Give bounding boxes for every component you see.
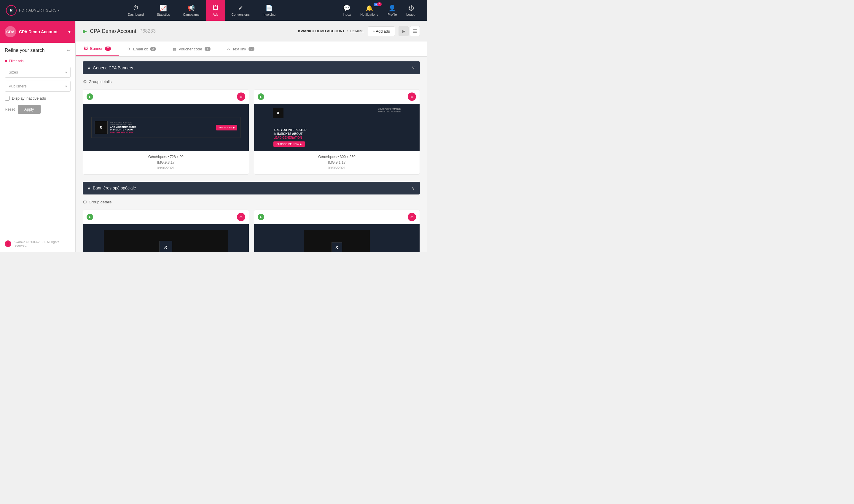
logo-icon: K	[6, 5, 17, 16]
ad-card-1-info: Génériques • 728 x 90 IMG.9.3.17 09/06/2…	[83, 151, 249, 174]
for-advertisers-label[interactable]: FOR ADVERTISERS ▾	[19, 8, 60, 13]
invoicing-icon: 📄	[265, 4, 273, 12]
nav-dashboard[interactable]: ⏱ Dashboard	[121, 0, 150, 21]
nav-campaigns[interactable]: 📢 Campaigns	[176, 0, 206, 21]
tab-textlink[interactable]: A Text link 2	[219, 42, 263, 56]
nav-right: 💬 Inbox beta 3 🔔 Notifications 👤 Profile…	[338, 0, 421, 21]
profile-icon: 👤	[389, 4, 396, 12]
account-pid: P68233	[139, 29, 156, 34]
ad-card-3-header: ▶ ∞	[83, 210, 249, 224]
ad-card-2-image: K YOUR PERFORMANCEMARKETING PARTNER ARE …	[254, 104, 420, 151]
ad-play-button-2[interactable]: ▶	[258, 93, 264, 100]
nav-notifications[interactable]: beta 3 🔔 Notifications	[356, 0, 383, 21]
chevron-up-icon-2: ∧	[88, 185, 90, 190]
sidebar-footer: i Kwanko © 2003-2021. All rights reserve…	[0, 235, 75, 252]
account-name: CPA Demo Account	[19, 29, 65, 34]
ad-play-button-1[interactable]: ▶	[87, 93, 93, 100]
nav-conversions[interactable]: ✔ Conversions	[225, 0, 256, 21]
sidebar-actions: Reset Apply	[5, 105, 71, 114]
ad-options-button-3[interactable]: ∞	[237, 213, 245, 221]
inactive-ads-label: Display inactive ads	[12, 96, 46, 101]
statistics-icon: 📈	[160, 4, 167, 12]
add-ads-button[interactable]: + Add ads	[368, 26, 395, 36]
avatar: CDA	[5, 26, 16, 37]
app-logo[interactable]: K FOR ADVERTISERS ▾	[6, 5, 65, 16]
reset-button[interactable]: Reset	[5, 107, 15, 111]
kwanko-account-label: KWANKO DEMO ACCOUNT • E214051	[298, 29, 364, 33]
group-details-button-2[interactable]: ⚙ Group details	[83, 199, 420, 205]
group-actions-2: ∨	[412, 185, 415, 191]
ad-1-id: IMG.9.3.17	[87, 160, 245, 165]
chevron-toggle-icon[interactable]: ∨	[412, 65, 415, 71]
banner-count: 7	[105, 47, 111, 51]
nav-statistics[interactable]: 📈 Statistics	[150, 0, 176, 21]
voucher-tab-icon: ▦	[173, 47, 176, 51]
filter-dot	[5, 60, 7, 62]
sizes-select[interactable]: Sizes	[5, 67, 71, 78]
refine-header: Refine your search ↩	[5, 48, 71, 53]
ad-card-1: ▶ ∞ K YOUR PERFORMANCE MARKETING PARTNER	[83, 89, 249, 175]
nav-invoicing[interactable]: 📄 Invoicing	[256, 0, 282, 21]
ad-card-1-header: ▶ ∞	[83, 90, 249, 104]
ads-grid-banniere: ▶ ∞ K DISCOVER OURNEW PLATFORM!Fast, use…	[83, 210, 420, 252]
filter-ads-label: Filter ads	[5, 59, 71, 63]
ad-card-4-image: K DISCOVER OURNEW PLATFORM!Fast, user-fr…	[254, 224, 420, 252]
textlink-count: 2	[249, 47, 254, 51]
nav-inbox[interactable]: 💬 Inbox	[338, 0, 356, 21]
inactive-ads-row: Display inactive ads	[5, 96, 71, 101]
nav-center: ⏱ Dashboard 📈 Statistics 📢 Campaigns 🖼 A…	[65, 0, 338, 21]
ad-card-1-image: K YOUR PERFORMANCE MARKETING PARTNER ARE…	[83, 104, 249, 151]
group-details-button[interactable]: ⚙ Group details	[83, 79, 420, 85]
tab-voucher[interactable]: ▦ Voucher code 4	[164, 42, 219, 56]
sizes-select-wrapper: Sizes	[5, 67, 71, 78]
ad-options-button-2[interactable]: ∞	[408, 92, 416, 101]
ads-icon: 🖼	[213, 5, 218, 12]
nav-ads[interactable]: 🖼 Ads	[206, 0, 225, 21]
email-tab-icon: ✈	[127, 47, 131, 51]
group-banniere[interactable]: ∧ Bannières opé spéciale ∨	[83, 182, 420, 195]
textlink-tab-icon: A	[227, 47, 230, 51]
publishers-select[interactable]: Publishers	[5, 80, 71, 92]
collapse-icon[interactable]: ↩	[67, 48, 71, 53]
ad-card-2: ▶ ∞ K YOUR PERFORMANCEMARKETING PARTNER …	[254, 89, 420, 175]
chevron-toggle-icon-2[interactable]: ∨	[412, 185, 415, 191]
main-content: ▶ CPA Demo Account P68233 KWANKO DEMO AC…	[76, 21, 427, 252]
account-switcher[interactable]: CDA CPA Demo Account ▾	[0, 21, 75, 43]
sidebar: CDA CPA Demo Account ▾ Refine your searc…	[0, 21, 76, 252]
grid-view-button[interactable]: ⊞	[398, 26, 409, 36]
ad-2-date: 09/06/2021	[258, 165, 416, 171]
tab-email[interactable]: ✈ Email kit 3	[119, 42, 164, 56]
ad-1-date: 09/06/2021	[87, 165, 245, 171]
chevron-down-icon: ▾	[68, 29, 71, 35]
group-actions: ∨	[412, 65, 415, 71]
view-toggle: ⊞ ☰	[398, 26, 420, 36]
ad-play-button-4[interactable]: ▶	[258, 214, 264, 220]
notifications-icon: 🔔	[366, 4, 373, 12]
nav-profile[interactable]: 👤 Profile	[383, 0, 402, 21]
nav-logout[interactable]: ⏻ Logout	[402, 0, 421, 21]
ads-tabs: 🖼 Banner 7 ✈ Email kit 3 ▦ Voucher code …	[76, 41, 427, 57]
tab-banner[interactable]: 🖼 Banner 7	[76, 41, 119, 56]
ad-card-3-image: K DISCOVER OURNEW PLATFORM!Fast, user-fr…	[83, 224, 249, 252]
main-account-name: CPA Demo Account	[90, 28, 137, 34]
ads-grid-generic: ▶ ∞ K YOUR PERFORMANCE MARKETING PARTNER	[83, 89, 420, 175]
ad-options-button-1[interactable]: ∞	[237, 92, 245, 101]
top-navigation: K FOR ADVERTISERS ▾ ⏱ Dashboard 📈 Statis…	[0, 0, 427, 21]
ad-play-button-3[interactable]: ▶	[87, 214, 93, 220]
ads-content: ∧ Generic CPA Banners ∨ ⚙ Group details …	[76, 57, 427, 252]
chevron-up-icon: ∧	[88, 66, 90, 70]
ad-options-button-4[interactable]: ∞	[408, 213, 416, 221]
info-icon[interactable]: i	[5, 240, 11, 247]
apply-button[interactable]: Apply	[18, 105, 41, 114]
group-generic[interactable]: ∧ Generic CPA Banners ∨	[83, 61, 420, 74]
notification-badge: 3	[377, 2, 381, 6]
publishers-select-wrapper: Publishers	[5, 80, 71, 92]
inbox-icon: 💬	[343, 4, 351, 12]
banner-tab-icon: 🖼	[84, 46, 88, 51]
refine-title: Refine your search	[5, 48, 45, 53]
ad-1-name: Génériques • 728 x 90	[87, 154, 245, 160]
inactive-ads-checkbox[interactable]	[5, 96, 10, 101]
header-right: KWANKO DEMO ACCOUNT • E214051 + Add ads …	[298, 26, 420, 36]
gear-icon: ⚙	[83, 79, 87, 85]
list-view-button[interactable]: ☰	[410, 26, 420, 36]
